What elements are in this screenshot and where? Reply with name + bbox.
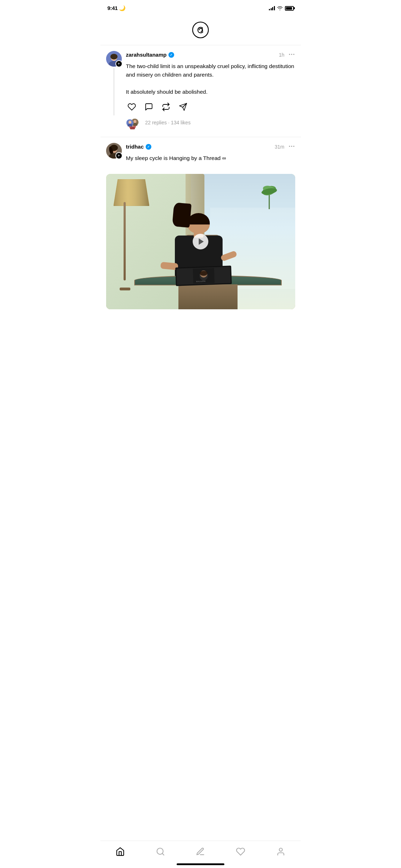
post-1-body: + zarahsultanamp ✓ 1h ··· The two-child …: [106, 51, 295, 115]
post-1-username[interactable]: zarahsultanamp: [126, 52, 167, 58]
threads-logo-icon: [192, 21, 209, 38]
post-1-add-button[interactable]: +: [115, 60, 123, 67]
post-1-comment-button[interactable]: [143, 101, 155, 113]
svg-point-8: [129, 121, 131, 124]
post-1-replies-count: 22 replies · 134 likes: [145, 120, 191, 125]
post-1-verified-badge: ✓: [168, 52, 174, 58]
lamp-pole: [124, 202, 126, 280]
post-2-text: My sleep cycle is Hanging by a Thread ∞: [126, 154, 295, 162]
svg-point-3: [110, 54, 118, 60]
lamp-base: [120, 288, 130, 290]
video-play-indicator[interactable]: [193, 234, 208, 249]
signal-icon: [269, 6, 275, 10]
wifi-icon: [277, 5, 283, 11]
person-side-hair: [172, 202, 192, 228]
svg-marker-26: [114, 179, 149, 206]
reply-avatar-1: [126, 119, 133, 126]
magazine: MAGAZINE: [175, 265, 232, 286]
moon-icon: 🌙: [119, 5, 126, 11]
person-hair: [187, 213, 209, 224]
table-leg: [178, 284, 238, 309]
svg-text:MAGAZINE: MAGAZINE: [196, 280, 205, 283]
lamp-shade-element: [114, 179, 149, 206]
svg-point-0: [193, 22, 208, 38]
post-1-actions: [126, 101, 295, 113]
post-1-text-1: The two-child limit is an unspeakably cr…: [126, 62, 295, 96]
post-2: + tridhac ✓ 31m ··· My sleep cycle is Ha…: [100, 137, 301, 309]
post-1-header-right: 1h ···: [279, 51, 295, 58]
post-2-header: tridhac ✓ 31m ···: [126, 143, 295, 150]
battery-icon: [285, 6, 294, 11]
post-1-like-button[interactable]: [126, 101, 137, 113]
reply-avatars: [126, 118, 142, 127]
status-time: 9:41 🌙: [108, 5, 126, 11]
post-2-verified-badge: ✓: [146, 144, 151, 150]
post-1-header: zarahsultanamp ✓ 1h ···: [126, 51, 295, 58]
post-image-scene: MAGAZINE: [106, 174, 295, 309]
post-1-username-row: zarahsultanamp ✓: [126, 52, 174, 58]
heart-icon: [127, 103, 136, 111]
verified-check-2-icon: ✓: [147, 145, 150, 149]
post-2-header-right: 31m ···: [275, 143, 295, 150]
post-2-time: 31m: [275, 144, 284, 150]
post-1-more-button[interactable]: ···: [288, 51, 295, 58]
post-1-replies-row: 22 replies · 134 likes: [106, 115, 295, 133]
post-2-username[interactable]: tridhac: [126, 144, 144, 150]
post-2-content: tridhac ✓ 31m ··· My sleep cycle is Hang…: [126, 143, 295, 170]
post-1-avatar-wrapper: +: [106, 51, 122, 67]
post-2-image[interactable]: MAGAZINE: [106, 174, 295, 309]
comment-icon: [145, 103, 153, 111]
post-2-more-button[interactable]: ···: [288, 143, 295, 150]
palm-tree: [259, 181, 280, 209]
person-head: [187, 213, 209, 233]
svg-point-11: [134, 120, 136, 123]
post-1-time: 1h: [279, 52, 285, 58]
thread-line-col-2: +: [106, 143, 122, 170]
thread-line-1: [114, 68, 114, 115]
verified-check-icon: ✓: [170, 53, 173, 57]
table-group: MAGAZINE: [134, 275, 282, 309]
app-logo: [100, 14, 301, 45]
magazine-cover: MAGAZINE: [176, 267, 231, 285]
post-2-body: + tridhac ✓ 31m ··· My sleep cycle is Ha…: [106, 143, 295, 170]
post-1-content: zarahsultanamp ✓ 1h ··· The two-child li…: [126, 51, 295, 115]
share-icon: [179, 103, 187, 111]
post-2-avatar-wrapper: +: [106, 143, 122, 159]
post-2-username-row: tridhac ✓: [126, 144, 151, 150]
repost-icon: [162, 103, 170, 111]
play-triangle-icon: [199, 238, 204, 245]
thread-line-col-1: +: [106, 51, 122, 115]
person-arm-right: [220, 250, 238, 262]
post-1: + zarahsultanamp ✓ 1h ··· The two-child …: [100, 45, 301, 137]
status-bar: 9:41 🌙: [100, 0, 301, 14]
post-2-add-button[interactable]: +: [115, 152, 123, 159]
post-1-repost-button[interactable]: [160, 101, 172, 113]
post-1-share-button[interactable]: [177, 101, 189, 113]
status-icons: [269, 5, 294, 11]
